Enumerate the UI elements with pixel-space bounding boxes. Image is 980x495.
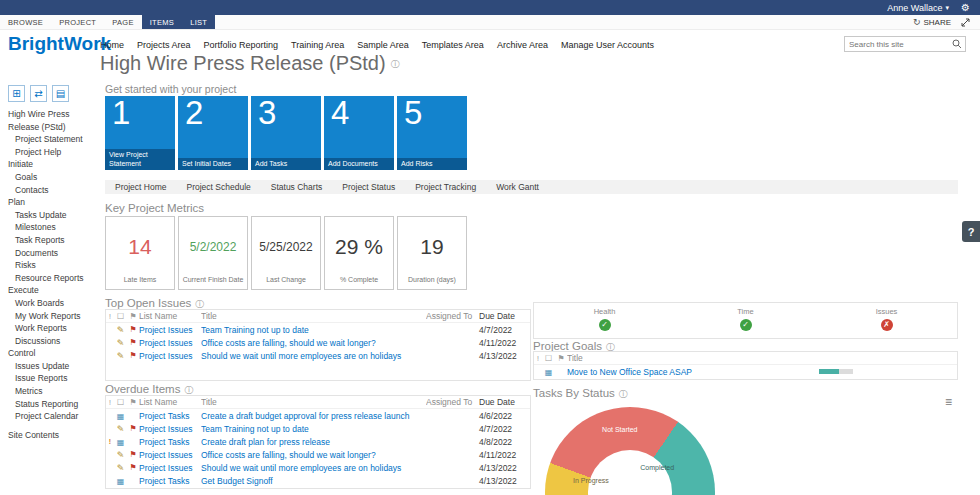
dashboard-tab[interactable]: Work Gantt [486, 182, 549, 192]
item-title-link[interactable]: Create a draft budget approval for press… [201, 411, 409, 421]
ribbon-tab[interactable]: BROWSE [0, 15, 51, 29]
select-column-icon[interactable] [114, 311, 127, 321]
info-icon[interactable]: ⓘ [391, 58, 400, 71]
item-title-link[interactable]: Get Budget Signoff [201, 476, 273, 486]
get-started-tile[interactable]: 3 Add Tasks [251, 96, 321, 170]
sidebar-item[interactable]: Control [0, 347, 100, 360]
column-header-title[interactable]: Title [201, 311, 426, 321]
item-title-link[interactable]: Office costs are falling, should we wait… [201, 338, 376, 348]
top-nav-link[interactable]: Archive Area [497, 40, 548, 50]
list-name-link[interactable]: Project Issues [139, 338, 192, 348]
sidebar-item[interactable]: Contacts [0, 184, 100, 197]
get-started-tile[interactable]: 2 Set Initial Dates [178, 96, 248, 170]
sidebar-item[interactable]: Work Boards [0, 297, 100, 310]
sidebar-item[interactable]: Resource Reports [0, 272, 100, 285]
sidebar-item[interactable]: Discussions [0, 335, 100, 348]
column-header-due-date[interactable]: Due Date [479, 397, 530, 407]
item-type-icon[interactable] [114, 424, 127, 434]
get-started-tile[interactable]: 1 View Project Statement [105, 96, 175, 170]
sidebar-item[interactable]: Milestones [0, 221, 100, 234]
sidebar-item[interactable]: Issues Update [0, 360, 100, 373]
item-type-icon[interactable] [114, 325, 127, 335]
item-type-icon[interactable] [114, 338, 127, 348]
item-type-icon[interactable] [114, 437, 127, 447]
urgent-column-icon[interactable] [106, 313, 114, 320]
top-nav-link[interactable]: Projects Area [137, 40, 191, 50]
dashboard-tab[interactable]: Project Tracking [405, 182, 486, 192]
sidebar-item[interactable]: Execute [0, 284, 100, 297]
list-name-link[interactable]: Project Tasks [139, 411, 189, 421]
top-nav-link[interactable]: Home [100, 40, 124, 50]
get-started-tile[interactable]: 5 Add Risks [397, 96, 467, 170]
ribbon-tab[interactable]: PAGE [104, 15, 141, 29]
item-type-icon[interactable] [114, 463, 127, 473]
sidebar-item[interactable]: Goals [0, 171, 100, 184]
sidebar-item[interactable]: Risks [0, 259, 100, 272]
help-button[interactable]: ? [962, 221, 980, 242]
urgent-column-icon[interactable] [106, 399, 114, 406]
sidebar-item[interactable]: Plan [0, 196, 100, 209]
column-header-due-date[interactable]: Due Date [479, 311, 530, 321]
focus-on-content-icon[interactable] [961, 18, 970, 27]
flag-column-icon[interactable] [555, 353, 567, 363]
list-name-link[interactable]: Project Tasks [139, 437, 189, 447]
top-nav-link[interactable]: Manage User Accounts [561, 40, 654, 50]
goal-title-link[interactable]: Move to New Office Space ASAP [567, 367, 692, 377]
sync-icon[interactable]: ⇄ [30, 85, 47, 102]
ribbon-tab[interactable]: LIST [182, 15, 215, 29]
select-column-icon[interactable] [114, 397, 127, 407]
list-name-link[interactable]: Project Issues [139, 450, 192, 460]
dashboard-tab[interactable]: Project Status [332, 182, 405, 192]
sidebar-item[interactable]: Project Calendar [0, 410, 100, 423]
brightwork-logo[interactable]: BrightWork [8, 33, 111, 55]
search-icon[interactable] [952, 39, 962, 49]
sidebar-item[interactable]: My Work Reports [0, 310, 100, 323]
sidebar-item[interactable]: Task Reports [0, 234, 100, 247]
sidebar-item[interactable]: Initiate [0, 158, 100, 171]
export-icon[interactable]: ⊞ [8, 85, 25, 102]
column-header-list-name[interactable]: List Name [139, 397, 201, 407]
list-name-link[interactable]: Project Issues [139, 351, 192, 361]
item-type-icon[interactable] [114, 476, 127, 486]
sidebar-item[interactable]: Status Reporting [0, 398, 100, 411]
gear-icon[interactable]: ⚙ [961, 2, 970, 13]
dashboard-tab[interactable]: Project Home [105, 182, 177, 192]
select-column-icon[interactable] [542, 353, 555, 363]
item-title-link[interactable]: Team Training not up to date [201, 325, 309, 335]
list-name-link[interactable]: Project Issues [139, 463, 192, 473]
item-type-icon[interactable] [114, 351, 127, 361]
sidebar-item[interactable]: High Wire Press Release (PStd) [0, 108, 100, 133]
column-header-title[interactable]: Title [567, 353, 792, 363]
sidebar-item[interactable]: Documents [0, 247, 100, 260]
column-header-title[interactable]: Title [201, 397, 426, 407]
user-menu[interactable]: Anne Wallace ▾ [887, 3, 949, 13]
sidebar-item[interactable]: Tasks Update [0, 209, 100, 222]
dashboard-tab[interactable]: Project Schedule [177, 182, 261, 192]
sidebar-item[interactable]: Project Help [0, 146, 100, 159]
get-started-tile[interactable]: 4 Add Documents [324, 96, 394, 170]
top-nav-link[interactable]: Templates Area [422, 40, 484, 50]
item-type-icon[interactable] [114, 411, 127, 421]
item-title-link[interactable]: Should we wait until more employees are … [201, 463, 401, 473]
top-nav-link[interactable]: Training Area [291, 40, 344, 50]
flag-column-icon[interactable] [127, 311, 139, 321]
sidebar-item[interactable]: Work Reports [0, 322, 100, 335]
dashboard-tab[interactable]: Status Charts [261, 182, 333, 192]
item-title-link[interactable]: Should we wait until more employees are … [201, 351, 401, 361]
column-header-list-name[interactable]: List Name [139, 311, 201, 321]
list-name-link[interactable]: Project Tasks [139, 476, 189, 486]
sidebar-item[interactable]: Issue Reports [0, 372, 100, 385]
sidebar-item[interactable]: Metrics [0, 385, 100, 398]
sidebar-item[interactable]: Project Statement [0, 133, 100, 146]
ribbon-tab[interactable]: ITEMS [142, 15, 182, 29]
list-name-link[interactable]: Project Issues [139, 424, 192, 434]
item-type-icon[interactable] [114, 450, 127, 460]
list-icon[interactable]: ▤ [52, 85, 69, 102]
column-header-assigned-to[interactable]: Assigned To [426, 397, 479, 407]
share-button[interactable]: ↻ SHARE [913, 17, 951, 27]
search-input[interactable] [845, 40, 952, 49]
item-title-link[interactable]: Create draft plan for press release [201, 437, 330, 447]
top-nav-link[interactable]: Portfolio Reporting [204, 40, 279, 50]
top-nav-link[interactable]: Sample Area [357, 40, 409, 50]
column-header-assigned-to[interactable]: Assigned To [426, 311, 479, 321]
